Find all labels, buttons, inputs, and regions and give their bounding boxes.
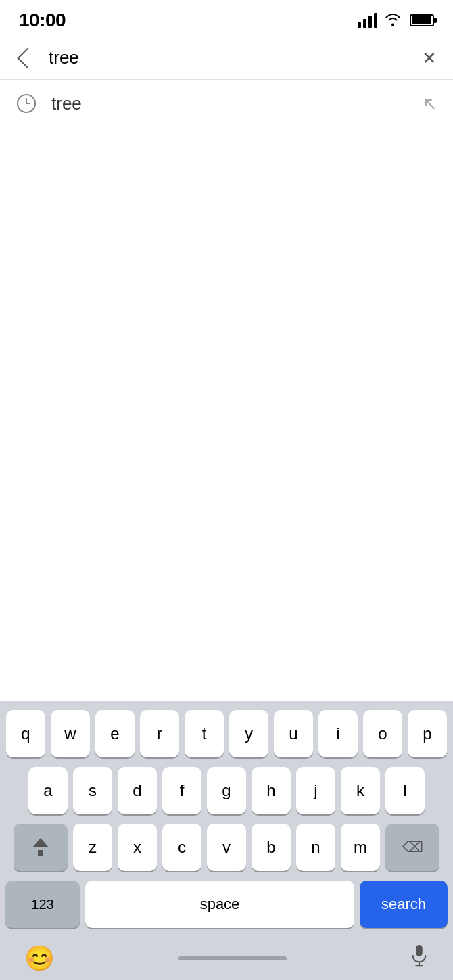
shift-key[interactable] xyxy=(14,824,68,871)
key-u[interactable]: u xyxy=(274,710,313,757)
key-g[interactable]: g xyxy=(207,767,246,814)
key-j[interactable]: j xyxy=(296,767,335,814)
key-a[interactable]: a xyxy=(28,767,68,814)
key-f[interactable]: f xyxy=(162,767,201,814)
arrow-up-left-icon xyxy=(421,95,438,112)
key-s[interactable]: s xyxy=(73,767,112,814)
key-x[interactable]: x xyxy=(118,824,157,871)
keyboard-row-4: 123 space search xyxy=(5,881,448,928)
suggestion-row[interactable]: tree xyxy=(0,80,453,127)
status-bar: 10:00 xyxy=(0,0,453,37)
key-y[interactable]: y xyxy=(229,710,268,757)
home-bar xyxy=(178,956,287,960)
keyboard-row-2: a s d f g h j k l xyxy=(5,767,448,814)
space-key[interactable]: space xyxy=(85,881,354,928)
search-key[interactable]: search xyxy=(360,881,448,928)
status-time: 10:00 xyxy=(19,9,66,31)
key-m[interactable]: m xyxy=(341,824,380,871)
key-o[interactable]: o xyxy=(363,710,402,757)
key-e[interactable]: e xyxy=(95,710,135,757)
key-p[interactable]: p xyxy=(408,710,447,757)
delete-key[interactable]: ⌫ xyxy=(385,824,439,871)
home-indicator xyxy=(60,954,404,963)
key-v[interactable]: v xyxy=(207,824,246,871)
key-i[interactable]: i xyxy=(318,710,358,757)
mic-icon xyxy=(410,944,429,967)
search-input[interactable] xyxy=(49,47,408,68)
key-d[interactable]: d xyxy=(118,767,157,814)
emoji-key[interactable]: 😊 xyxy=(24,946,55,971)
key-q[interactable]: q xyxy=(6,710,45,757)
key-t[interactable]: t xyxy=(185,710,224,757)
search-bar: ✕ xyxy=(0,37,453,80)
close-icon: ✕ xyxy=(422,49,437,67)
key-w[interactable]: w xyxy=(51,710,90,757)
back-button[interactable] xyxy=(14,48,38,68)
key-z[interactable]: z xyxy=(73,824,112,871)
wifi-icon xyxy=(384,12,402,29)
num-key[interactable]: 123 xyxy=(5,881,80,928)
suggestion-text: tree xyxy=(51,93,407,114)
keyboard-row-1: q w e r t y u i o p xyxy=(5,710,448,757)
key-l[interactable]: l xyxy=(385,767,425,814)
delete-icon: ⌫ xyxy=(402,839,423,856)
key-h[interactable]: h xyxy=(252,767,291,814)
key-c[interactable]: c xyxy=(162,824,201,871)
key-r[interactable]: r xyxy=(140,710,179,757)
keyboard: q w e r t y u i o p a s d f g h j k l z … xyxy=(0,701,453,980)
key-n[interactable]: n xyxy=(296,824,335,871)
keyboard-row-3: z x c v b n m ⌫ xyxy=(5,824,448,871)
clear-button[interactable]: ✕ xyxy=(419,47,439,70)
svg-rect-1 xyxy=(416,945,422,956)
signal-icon xyxy=(358,13,377,28)
mic-key[interactable] xyxy=(410,944,429,972)
keyboard-bottom-row: 😊 xyxy=(5,937,448,980)
battery-icon xyxy=(410,14,434,26)
status-icons xyxy=(358,12,434,29)
history-icon xyxy=(15,92,38,115)
content-area xyxy=(0,127,453,533)
key-b[interactable]: b xyxy=(252,824,291,871)
key-k[interactable]: k xyxy=(341,767,380,814)
